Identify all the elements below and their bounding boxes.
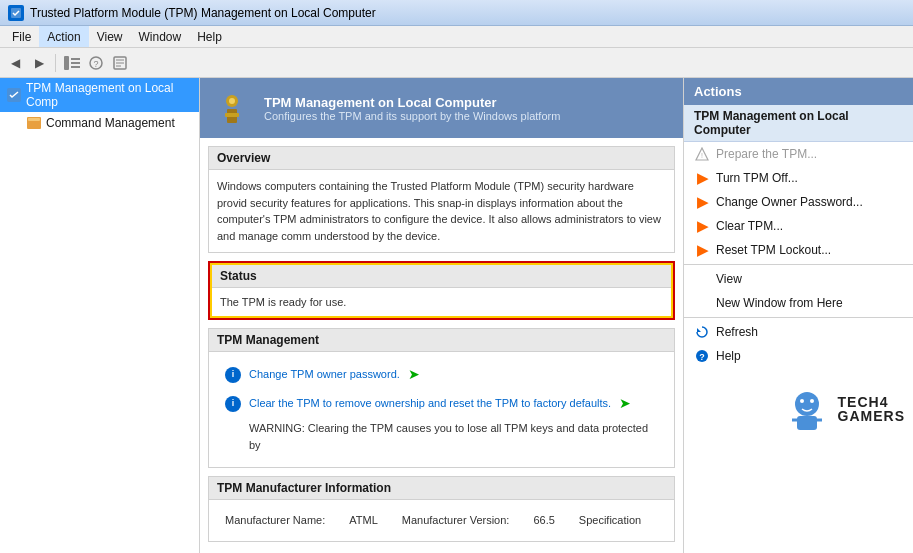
status-section: Status The TPM is ready for use.: [208, 261, 675, 320]
svg-marker-20: [697, 328, 701, 332]
overview-header: Overview: [209, 147, 674, 170]
svg-rect-26: [797, 416, 817, 430]
toolbar-separator-1: [55, 54, 56, 72]
prepare-tpm-label: Prepare the TPM...: [716, 147, 817, 161]
tree-item-tpm-root[interactable]: TPM Management on Local Comp: [0, 78, 199, 112]
manufacturer-name-label: Manufacturer Name:: [225, 512, 325, 529]
new-window-icon: [694, 295, 710, 311]
refresh-label: Refresh: [716, 325, 758, 339]
info-icon-2: i: [225, 396, 241, 412]
action-refresh[interactable]: Refresh: [684, 320, 913, 344]
menu-bar: File Action View Window Help: [0, 26, 913, 48]
svg-point-24: [800, 399, 804, 403]
svg-text:!: !: [701, 152, 703, 159]
left-panel: TPM Management on Local Comp Command Man…: [0, 78, 200, 553]
manufacturer-section: TPM Manufacturer Information Manufacture…: [208, 476, 675, 542]
prepare-tpm-icon: !: [694, 146, 710, 162]
actions-panel: Actions TPM Management on Local Computer…: [683, 78, 913, 553]
tree-item-tpm-root-label: TPM Management on Local Comp: [26, 81, 193, 109]
change-owner-arrow: ➤: [408, 364, 420, 385]
tpm-management-body: i Change TPM owner password. ➤ i Clear t…: [209, 352, 674, 467]
tpm-root-icon: [6, 87, 22, 103]
status-body: The TPM is ready for use.: [212, 288, 671, 316]
center-panel: TPM Management on Local Computer Configu…: [200, 78, 683, 553]
overview-section: Overview Windows computers containing th…: [208, 146, 675, 253]
content-body: Overview Windows computers containing th…: [200, 138, 683, 550]
manufacturer-version-value: 66.5: [533, 512, 554, 529]
action-change-owner[interactable]: ▶ Change Owner Password...: [684, 190, 913, 214]
clear-tpm-item[interactable]: i Clear the TPM to remove ownership and …: [217, 389, 666, 418]
clear-tpm-action-label: Clear TPM...: [716, 219, 783, 233]
export-button[interactable]: [109, 52, 131, 74]
menu-view[interactable]: View: [89, 26, 131, 47]
logo-character: [782, 384, 832, 434]
status-header: Status: [212, 265, 671, 288]
action-help[interactable]: ? Help: [684, 344, 913, 368]
action-reset-lockout[interactable]: ▶ Reset TPM Lockout...: [684, 238, 913, 262]
svg-point-23: [795, 392, 819, 416]
logo-area: TECH4 GAMERS: [684, 368, 913, 450]
menu-window[interactable]: Window: [131, 26, 190, 47]
actions-header: Actions: [684, 78, 913, 105]
manufacturer-name-value: ATML: [349, 512, 378, 529]
svg-point-17: [229, 98, 235, 104]
logo-text-area: TECH4 GAMERS: [838, 395, 905, 423]
svg-rect-16: [225, 113, 239, 117]
action-prepare-tpm: ! Prepare the TPM...: [684, 142, 913, 166]
main-container: TPM Management on Local Comp Command Man…: [0, 78, 913, 553]
content-subtitle: Configures the TPM and its support by th…: [264, 110, 560, 122]
tpm-warning-text: WARNING: Clearing the TPM causes you to …: [217, 418, 666, 459]
view-icon: [694, 271, 710, 287]
clear-tpm-icon: ▶: [694, 218, 710, 234]
status-section-inner: Status The TPM is ready for use.: [210, 263, 673, 318]
reset-lockout-icon: ▶: [694, 242, 710, 258]
turn-off-icon: ▶: [694, 170, 710, 186]
action-clear-tpm[interactable]: ▶ Clear TPM...: [684, 214, 913, 238]
menu-file[interactable]: File: [4, 26, 39, 47]
svg-point-25: [810, 399, 814, 403]
refresh-icon: [694, 324, 710, 340]
manufacturer-row: Manufacturer Name: ATML Manufacturer Ver…: [217, 508, 666, 533]
view-label: View: [716, 272, 742, 286]
svg-rect-2: [71, 58, 80, 60]
content-header: TPM Management on Local Computer Configu…: [200, 78, 683, 138]
clear-tpm-label: Clear the TPM to remove ownership and re…: [249, 395, 611, 412]
help-button[interactable]: ?: [85, 52, 107, 74]
clear-tpm-arrow: ➤: [619, 393, 631, 414]
menu-help[interactable]: Help: [189, 26, 230, 47]
manufacturer-body: Manufacturer Name: ATML Manufacturer Ver…: [209, 500, 674, 541]
content-header-icon: [212, 88, 252, 128]
reset-lockout-label: Reset TPM Lockout...: [716, 243, 831, 257]
content-title: TPM Management on Local Computer: [264, 95, 560, 110]
title-bar-icon: [8, 5, 24, 21]
action-view[interactable]: View: [684, 267, 913, 291]
svg-rect-13: [28, 118, 40, 121]
manufacturer-header: TPM Manufacturer Information: [209, 477, 674, 500]
svg-text:?: ?: [93, 59, 98, 69]
tpm-management-section: TPM Management i Change TPM owner passwo…: [208, 328, 675, 468]
show-hide-button[interactable]: [61, 52, 83, 74]
action-new-window[interactable]: New Window from Here: [684, 291, 913, 315]
change-owner-pwd-item[interactable]: i Change TPM owner password. ➤: [217, 360, 666, 389]
change-owner-label: Change Owner Password...: [716, 195, 863, 209]
tree-item-command-mgmt[interactable]: Command Management: [20, 112, 199, 134]
back-button[interactable]: ◀: [4, 52, 26, 74]
action-turn-off[interactable]: ▶ Turn TPM Off...: [684, 166, 913, 190]
svg-rect-4: [71, 66, 80, 68]
manufacturer-spec-label: Specification: [579, 512, 641, 529]
manufacturer-version-label: Manufacturer Version:: [402, 512, 510, 529]
new-window-label: New Window from Here: [716, 296, 843, 310]
turn-off-label: Turn TPM Off...: [716, 171, 798, 185]
title-bar: Trusted Platform Module (TPM) Management…: [0, 0, 913, 26]
tree-item-command-label: Command Management: [46, 116, 175, 130]
change-owner-icon: ▶: [694, 194, 710, 210]
menu-action[interactable]: Action: [39, 26, 88, 47]
svg-rect-3: [71, 62, 80, 64]
svg-text:?: ?: [699, 352, 705, 362]
overview-body: Windows computers containing the Trusted…: [209, 170, 674, 252]
content-header-text: TPM Management on Local Computer Configu…: [264, 95, 560, 122]
forward-button[interactable]: ▶: [28, 52, 50, 74]
command-mgmt-icon: [26, 115, 42, 131]
tpm-management-header: TPM Management: [209, 329, 674, 352]
logo-text-bottom: GAMERS: [838, 409, 905, 423]
